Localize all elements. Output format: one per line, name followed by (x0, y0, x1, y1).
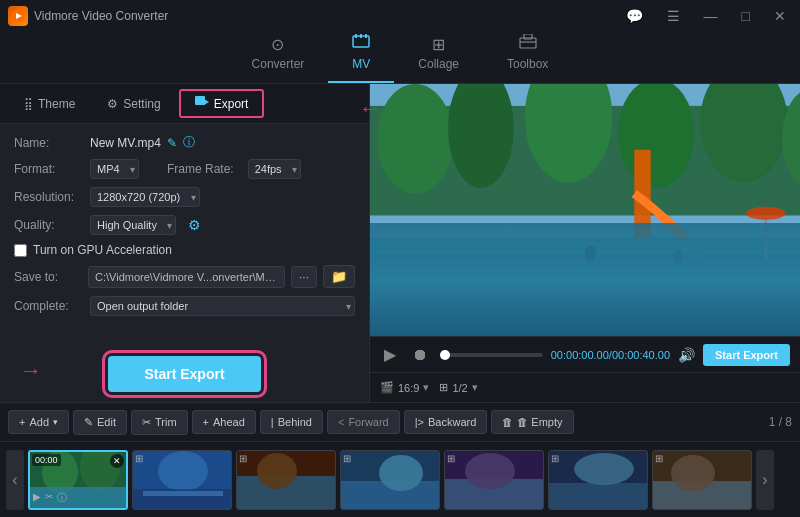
export-button[interactable]: Export (179, 89, 265, 118)
name-label: Name: (14, 136, 82, 150)
clip-img-icon-7: ⊞ (655, 453, 663, 464)
close-button[interactable]: ✕ (768, 6, 792, 26)
tab-toolbox-label: Toolbox (507, 57, 548, 71)
resolution-select[interactable]: 1280x720 (720p) (90, 187, 200, 207)
quality-row: Quality: High Quality ⚙ (14, 215, 355, 235)
clip-info-icon-1[interactable]: ⓘ (57, 491, 67, 505)
setting-button[interactable]: ⚙ Setting (93, 92, 174, 116)
nav-tabs: ⊙ Converter MV ⊞ Collage Toolbox (0, 32, 800, 84)
format-row: Format: MP4 Frame Rate: 24fps (14, 159, 355, 179)
forward-button[interactable]: < Forward (327, 410, 400, 434)
clip-img-icon-3: ⊞ (239, 453, 247, 464)
forward-icon: < (338, 416, 344, 428)
tab-mv[interactable]: MV (328, 28, 394, 83)
framerate-select[interactable]: 24fps (248, 159, 301, 179)
time-total: 00:00:40.00 (612, 349, 670, 361)
trim-icon: ✂ (142, 416, 151, 429)
ratio-select: 🎬 16:9 ▾ (380, 381, 429, 394)
clip-svg-2 (133, 451, 232, 510)
tab-toolbox[interactable]: Toolbox (483, 28, 572, 83)
title-bar-controls: 💬 ☰ — □ ✕ (620, 6, 792, 26)
theme-label: Theme (38, 97, 75, 111)
edit-button[interactable]: ✎ Edit (73, 410, 127, 435)
gpu-checkbox[interactable] (14, 244, 27, 257)
theme-button[interactable]: ⣿ Theme (10, 92, 89, 116)
clip-thumb-3 (237, 451, 335, 509)
toolbox-icon (519, 34, 537, 54)
timeline-prev-button[interactable]: ‹ (6, 450, 24, 510)
clip-item-3[interactable]: ⊞ (236, 450, 336, 510)
svg-point-32 (158, 451, 208, 491)
start-export-area: → Start Export (0, 340, 369, 402)
minimize-button[interactable]: — (698, 6, 724, 26)
clip-item-7[interactable]: ⊞ (652, 450, 752, 510)
start-export-button[interactable]: Start Export (108, 356, 260, 392)
edit-icon: ✎ (84, 416, 93, 429)
play-button[interactable]: ▶ (380, 343, 400, 366)
clip-icons-1: ▶ ✂ ⓘ (33, 491, 67, 505)
maximize-button[interactable]: □ (736, 6, 756, 26)
clip-trim-icon-1[interactable]: ✂ (45, 491, 53, 505)
start-export-button-sm[interactable]: Start Export (703, 344, 790, 366)
tab-collage-label: Collage (418, 57, 459, 71)
trim-button[interactable]: ✂ Trim (131, 410, 188, 435)
clip-thumb-7 (653, 451, 751, 509)
quality-select[interactable]: High Quality (90, 215, 176, 235)
clip-thumb-4 (341, 451, 439, 509)
preview-image (370, 84, 800, 336)
clip-play-icon-1[interactable]: ▶ (33, 491, 41, 505)
save-to-label: Save to: (14, 270, 82, 284)
ahead-button[interactable]: + Ahead (192, 410, 256, 434)
chat-button[interactable]: 💬 (620, 6, 649, 26)
quality-chevron-icon[interactable]: ▾ (472, 381, 478, 394)
volume-icon[interactable]: 🔊 (678, 347, 695, 363)
clip-item-1[interactable]: ✕ 00:00 ▶ ✂ ⓘ (28, 450, 128, 510)
settings-area: Name: New MV.mp4 ✎ ⓘ Format: MP4 Frame R… (0, 124, 369, 340)
name-row: Name: New MV.mp4 ✎ ⓘ (14, 134, 355, 151)
progress-bar[interactable] (440, 353, 543, 357)
name-info-icon[interactable]: ⓘ (183, 134, 195, 151)
name-edit-icon[interactable]: ✎ (167, 136, 177, 150)
format-select[interactable]: MP4 (90, 159, 139, 179)
backward-button[interactable]: |> Backward (404, 410, 488, 434)
export-label: Export (214, 97, 249, 111)
sub-nav: ⣿ Theme ⚙ Setting Export (0, 84, 369, 124)
save-path-folder-button[interactable]: 📁 (323, 265, 355, 288)
clip-item-4[interactable]: ⊞ (340, 450, 440, 510)
complete-select[interactable]: Open output folder (90, 296, 355, 316)
clip-item-5[interactable]: ⊞ (444, 450, 544, 510)
svg-point-26 (746, 207, 785, 220)
clip-img-icon-2: ⊞ (135, 453, 143, 464)
behind-button[interactable]: | Behind (260, 410, 323, 434)
add-icon: + (19, 416, 25, 428)
tab-collage[interactable]: ⊞ Collage (394, 29, 483, 83)
clip-close-1[interactable]: ✕ (110, 454, 124, 468)
complete-row: Complete: Open output folder (14, 296, 355, 316)
tab-converter[interactable]: ⊙ Converter (228, 29, 329, 83)
title-bar-left: Vidmore Video Converter (8, 6, 168, 26)
ratio-chevron-icon[interactable]: ▾ (423, 381, 429, 394)
clip-item-2[interactable]: ⊞ (132, 450, 232, 510)
ratio-value: 16:9 (398, 382, 419, 394)
empty-button[interactable]: 🗑 🗑 Empty (491, 410, 573, 434)
save-path-dots-button[interactable]: ··· (291, 266, 317, 288)
player-controls-2: 🎬 16:9 ▾ ⊞ 1/2 ▾ (370, 372, 800, 402)
add-button[interactable]: + Add ▾ (8, 410, 69, 434)
clip-svg-5 (445, 451, 544, 510)
svg-point-40 (379, 455, 423, 491)
tab-converter-label: Converter (252, 57, 305, 71)
setting-label: Setting (123, 97, 160, 111)
save-to-row: Save to: C:\Vidmore\Vidmore V...onverter… (14, 265, 355, 288)
svg-rect-5 (365, 34, 367, 38)
app-icon (8, 6, 28, 26)
clip-svg-3 (237, 451, 336, 510)
stop-button[interactable]: ⏺ (408, 344, 432, 366)
svg-point-46 (574, 453, 634, 485)
quality-gear-icon[interactable]: ⚙ (188, 217, 201, 233)
toolbar: + Add ▾ ✎ Edit ✂ Trim + Ahead | Behind <… (0, 402, 800, 442)
clip-item-6[interactable]: ⊞ (548, 450, 648, 510)
timeline-next-button[interactable]: › (756, 450, 774, 510)
svg-point-43 (465, 453, 515, 489)
progress-dot (440, 350, 450, 360)
menu-button[interactable]: ☰ (661, 6, 686, 26)
